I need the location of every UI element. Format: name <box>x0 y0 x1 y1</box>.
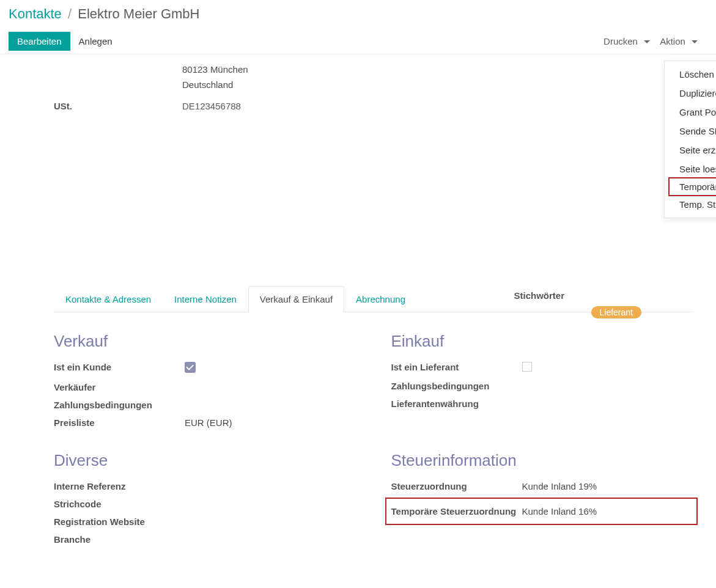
create-button[interactable]: Anlegen <box>70 32 121 51</box>
content: 80123 München Deutschland USt. DE1234567… <box>0 62 716 573</box>
diverse-heading: Diverse <box>54 451 355 470</box>
action-item-grant-portal[interactable]: Grant Portal Access <box>665 103 716 122</box>
tax-heading: Steuerinformation <box>391 451 692 470</box>
is-supplier-row: Ist ein Lieferant <box>391 358 692 377</box>
tax-col: Steuerinformation Steuerzuordnung Kunde … <box>391 432 692 548</box>
supplier-currency-value <box>520 399 692 409</box>
address-block: 80123 München Deutschland <box>182 62 692 92</box>
tab-billing[interactable]: Abrechnung <box>344 286 417 312</box>
sales-purchase-row: Verkauf Ist ein Kunde Verkäufer Zahlungs… <box>54 312 692 432</box>
salesperson-label: Verkäufer <box>54 382 182 392</box>
vat-row: USt. DE123456788 <box>54 97 692 115</box>
internal-ref-row: Interne Referenz <box>54 477 355 495</box>
action-item-send-sms[interactable]: Sende SMS <box>665 122 716 141</box>
payment-terms-p-value <box>520 381 692 391</box>
breadcrumb-root[interactable]: Kontakte <box>9 6 62 21</box>
tab-notes[interactable]: Interne Notizen <box>163 286 248 312</box>
chevron-down-icon <box>644 40 650 43</box>
industry-label: Branche <box>54 534 182 545</box>
purchase-heading: Einkauf <box>391 332 692 351</box>
header: Kontakte / Elektro Meier GmbH Bearbeiten… <box>0 0 716 54</box>
toolbar: Bearbeiten Anlegen Drucken Aktion Lösche… <box>9 28 707 54</box>
payment-terms-s-value <box>182 400 355 410</box>
supplier-badge: Lieferant <box>591 306 641 318</box>
tags-label: Stichwörter <box>514 290 564 301</box>
pricelist-label: Preisliste <box>54 417 182 428</box>
is-customer-checkbox <box>185 362 196 373</box>
address-country: Deutschland <box>182 77 692 92</box>
temp-tax-highlight: Temporäre Steuerzuordnung Kunde Inland 1… <box>385 498 698 525</box>
industry-row: Branche <box>54 531 355 548</box>
is-customer-row: Ist ein Kunde <box>54 358 355 378</box>
action-menu[interactable]: Aktion <box>660 36 698 46</box>
breadcrumb-sep: / <box>68 6 72 21</box>
action-dropdown: Löschen Duplizieren Grant Portal Access … <box>664 61 716 218</box>
is-supplier-label: Ist ein Lieferant <box>391 362 520 373</box>
payment-terms-s-row: Zahlungsbedingungen <box>54 396 355 414</box>
barcode-row: Strichcode <box>54 495 355 513</box>
action-item-delete-temp-tax[interactable]: Temp. Steuerzuordnung am Kontakt löschen <box>665 195 716 214</box>
temp-tax-value: Kunde Inland 16% <box>520 506 692 516</box>
print-label: Drucken <box>603 36 638 46</box>
action-item-delete-page[interactable]: Seite loeschen <box>665 160 716 178</box>
top-fields: 80123 München Deutschland USt. DE1234567… <box>54 62 692 115</box>
action-item-duplicate[interactable]: Duplizieren <box>665 84 716 103</box>
salesperson-row: Verkäufer <box>54 378 355 396</box>
supplier-currency-row: Lieferantenwährung <box>391 395 692 413</box>
right-label-block: Dokumentenbibliothek Stichwörter <box>514 287 564 301</box>
tax-mapping-row: Steuerzuordnung Kunde Inland 19% <box>391 477 692 495</box>
vat-value: DE123456788 <box>182 101 692 111</box>
chevron-down-icon <box>692 40 698 43</box>
edit-button[interactable]: Bearbeiten <box>9 32 70 51</box>
supplier-currency-label: Lieferantenwährung <box>391 399 520 409</box>
temp-tax-row: Temporäre Steuerzuordnung Kunde Inland 1… <box>391 506 692 516</box>
payment-terms-p-row: Zahlungsbedingungen <box>391 377 692 395</box>
breadcrumb-current: Elektro Meier GmbH <box>78 6 199 21</box>
diverse-tax-row: Diverse Interne Referenz Strichcode Regi… <box>54 432 692 548</box>
is-customer-label: Ist ein Kunde <box>54 362 182 375</box>
tab-sales[interactable]: Verkauf & Einkauf <box>248 286 344 312</box>
tax-mapping-value: Kunde Inland 19% <box>520 481 692 491</box>
diverse-col: Diverse Interne Referenz Strichcode Regi… <box>54 432 355 548</box>
action-item-set-temp-tax[interactable]: Temporäre Steuerzuordnung am Kontakt set… <box>668 177 716 196</box>
salesperson-value <box>182 382 355 392</box>
payment-terms-s-label: Zahlungsbedingungen <box>54 400 182 410</box>
purchase-col: Einkauf Ist ein Lieferant Zahlungsbeding… <box>391 312 692 432</box>
payment-terms-p-label: Zahlungsbedingungen <box>391 381 520 391</box>
pricelist-row: Preisliste EUR (EUR) <box>54 414 355 432</box>
toolbar-right: Drucken Aktion Löschen Duplizieren Grant… <box>603 36 707 46</box>
is-supplier-checkbox <box>522 362 532 372</box>
barcode-label: Strichcode <box>54 499 182 509</box>
print-menu[interactable]: Drucken <box>603 36 650 46</box>
tab-contacts[interactable]: Kontakte & Adressen <box>54 286 163 312</box>
pricelist-value[interactable]: EUR (EUR) <box>182 417 355 428</box>
action-label: Aktion <box>660 36 685 46</box>
reg-website-label: Registration Website <box>54 516 182 527</box>
breadcrumb: Kontakte / Elektro Meier GmbH <box>9 6 707 22</box>
internal-ref-label: Interne Referenz <box>54 481 182 491</box>
tax-mapping-label: Steuerzuordnung <box>391 481 520 491</box>
reg-website-row: Registration Website <box>54 513 355 531</box>
action-item-create-page[interactable]: Seite erzeugen <box>665 141 716 160</box>
sales-col: Verkauf Ist ein Kunde Verkäufer Zahlungs… <box>54 312 355 432</box>
temp-tax-label: Temporäre Steuerzuordnung <box>391 506 520 516</box>
vat-label: USt. <box>54 101 182 111</box>
sales-heading: Verkauf <box>54 332 355 351</box>
address-zip-city: 80123 München <box>182 62 692 77</box>
action-item-delete[interactable]: Löschen <box>665 65 716 84</box>
